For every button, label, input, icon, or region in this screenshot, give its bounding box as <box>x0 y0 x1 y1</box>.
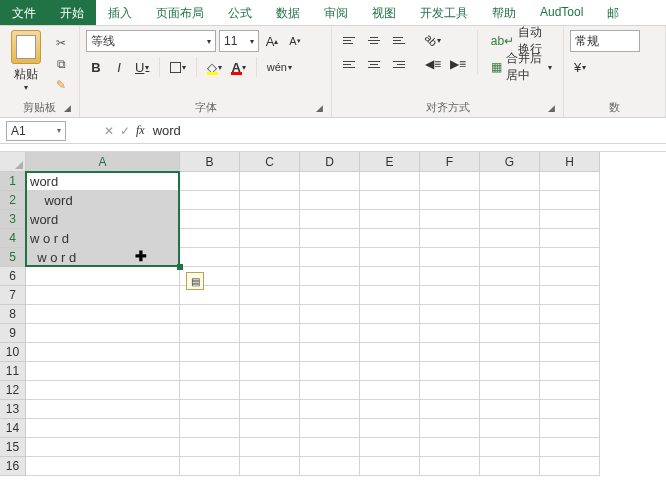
formula-input[interactable]: word <box>145 123 666 138</box>
row-header-14[interactable]: 14 <box>0 419 26 438</box>
cell-F10[interactable] <box>420 343 480 362</box>
cell-B2[interactable] <box>180 191 240 210</box>
cell-E12[interactable] <box>360 381 420 400</box>
row-header-10[interactable]: 10 <box>0 343 26 362</box>
align-right-button[interactable] <box>388 54 410 74</box>
copy-button[interactable]: ⧉ <box>50 55 72 73</box>
format-painter-button[interactable]: ✎ <box>50 76 72 94</box>
cell-C13[interactable] <box>240 400 300 419</box>
cell-D10[interactable] <box>300 343 360 362</box>
cell-G13[interactable] <box>480 400 540 419</box>
cell-G7[interactable] <box>480 286 540 305</box>
font-size-select[interactable]: 11▾ <box>219 30 259 52</box>
cell-G15[interactable] <box>480 438 540 457</box>
cell-F16[interactable] <box>420 457 480 476</box>
select-all-corner[interactable] <box>0 152 26 172</box>
cell-G9[interactable] <box>480 324 540 343</box>
cell-H13[interactable] <box>540 400 600 419</box>
align-bottom-button[interactable] <box>388 30 410 50</box>
cell-C2[interactable] <box>240 191 300 210</box>
phonetic-button[interactable]: wén▾ <box>264 56 295 78</box>
cell-G11[interactable] <box>480 362 540 381</box>
col-header-D[interactable]: D <box>300 152 360 172</box>
tab-review[interactable]: 审阅 <box>312 0 360 25</box>
cell-B5[interactable] <box>180 248 240 267</box>
tab-page-layout[interactable]: 页面布局 <box>144 0 216 25</box>
cut-button[interactable]: ✂ <box>50 34 72 52</box>
cell-E14[interactable] <box>360 419 420 438</box>
accounting-format-button[interactable]: ¥▾ <box>570 56 590 78</box>
cell-H10[interactable] <box>540 343 600 362</box>
cell-G16[interactable] <box>480 457 540 476</box>
cell-H6[interactable] <box>540 267 600 286</box>
cell-F12[interactable] <box>420 381 480 400</box>
cell-E6[interactable] <box>360 267 420 286</box>
cell-G2[interactable] <box>480 191 540 210</box>
cell-E7[interactable] <box>360 286 420 305</box>
row-header-12[interactable]: 12 <box>0 381 26 400</box>
cell-C5[interactable] <box>240 248 300 267</box>
tab-help[interactable]: 帮助 <box>480 0 528 25</box>
cell-B12[interactable] <box>180 381 240 400</box>
cell-C8[interactable] <box>240 305 300 324</box>
col-header-E[interactable]: E <box>360 152 420 172</box>
orientation-button[interactable]: ab▾ <box>422 30 444 50</box>
merge-center-button[interactable]: ▦合并后居中▾ <box>486 56 557 78</box>
align-middle-button[interactable] <box>363 30 385 50</box>
cell-D16[interactable] <box>300 457 360 476</box>
cell-A5[interactable]: w o r d <box>26 248 180 267</box>
cell-D13[interactable] <box>300 400 360 419</box>
cell-H9[interactable] <box>540 324 600 343</box>
tab-mail[interactable]: 邮 <box>595 0 631 25</box>
cell-F1[interactable] <box>420 172 480 191</box>
align-top-button[interactable] <box>338 30 360 50</box>
cell-H3[interactable] <box>540 210 600 229</box>
cell-E4[interactable] <box>360 229 420 248</box>
col-header-A[interactable]: A <box>26 152 180 172</box>
cell-A8[interactable] <box>26 305 180 324</box>
cell-H8[interactable] <box>540 305 600 324</box>
cell-B16[interactable] <box>180 457 240 476</box>
border-button[interactable]: ▾ <box>167 56 189 78</box>
cell-F8[interactable] <box>420 305 480 324</box>
decrease-indent-button[interactable]: ◀≡ <box>422 54 444 74</box>
spreadsheet-grid[interactable]: ABCDEFGH 1word2 word3word4w o r d5 w o r… <box>0 152 666 476</box>
align-left-button[interactable] <box>338 54 360 74</box>
cell-B3[interactable] <box>180 210 240 229</box>
paste-button[interactable]: 粘贴 ▾ <box>6 30 46 92</box>
cell-H14[interactable] <box>540 419 600 438</box>
row-header-2[interactable]: 2 <box>0 191 26 210</box>
cell-A3[interactable]: word <box>26 210 180 229</box>
cell-D6[interactable] <box>300 267 360 286</box>
increase-font-button[interactable]: A▴ <box>262 30 282 52</box>
cell-C11[interactable] <box>240 362 300 381</box>
cell-E10[interactable] <box>360 343 420 362</box>
cell-B8[interactable] <box>180 305 240 324</box>
tab-developer[interactable]: 开发工具 <box>408 0 480 25</box>
cell-E8[interactable] <box>360 305 420 324</box>
cell-D2[interactable] <box>300 191 360 210</box>
cell-B14[interactable] <box>180 419 240 438</box>
cell-D12[interactable] <box>300 381 360 400</box>
cell-A7[interactable] <box>26 286 180 305</box>
cell-D14[interactable] <box>300 419 360 438</box>
cell-F2[interactable] <box>420 191 480 210</box>
cell-C9[interactable] <box>240 324 300 343</box>
col-header-C[interactable]: C <box>240 152 300 172</box>
col-header-H[interactable]: H <box>540 152 600 172</box>
cell-H7[interactable] <box>540 286 600 305</box>
cell-E2[interactable] <box>360 191 420 210</box>
col-header-F[interactable]: F <box>420 152 480 172</box>
tab-view[interactable]: 视图 <box>360 0 408 25</box>
row-header-3[interactable]: 3 <box>0 210 26 229</box>
cell-D9[interactable] <box>300 324 360 343</box>
cell-E1[interactable] <box>360 172 420 191</box>
cell-F6[interactable] <box>420 267 480 286</box>
tab-data[interactable]: 数据 <box>264 0 312 25</box>
font-name-select[interactable]: 等线▾ <box>86 30 216 52</box>
bold-button[interactable]: B <box>86 56 106 78</box>
cell-A6[interactable] <box>26 267 180 286</box>
cell-D15[interactable] <box>300 438 360 457</box>
tab-insert[interactable]: 插入 <box>96 0 144 25</box>
underline-button[interactable]: U▾ <box>132 56 152 78</box>
